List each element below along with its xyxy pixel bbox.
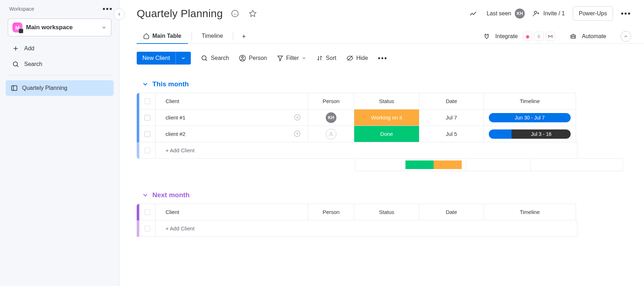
toolbar: New Client Search Person Filter Sort: [137, 44, 644, 70]
powerups-button[interactable]: Power-Ups: [573, 6, 613, 21]
sidebar-collapse-button[interactable]: [114, 9, 125, 20]
toolbar-search-label: Search: [211, 55, 229, 61]
invite-label: Invite / 1: [543, 10, 565, 17]
timeline-pill[interactable]: Jul 3 - 16: [489, 129, 571, 139]
toolbar-filter[interactable]: Filter: [277, 55, 307, 61]
tab-main-table[interactable]: Main Table: [137, 29, 188, 44]
add-client-label[interactable]: + Add Client: [155, 220, 577, 237]
sort-icon: [316, 55, 323, 61]
table-row[interactable]: client #1 KH Working on it Jul 7 Jun 30 …: [137, 109, 644, 126]
sidebar: Workspace ••• M Main workspace Add Searc…: [0, 0, 120, 286]
conversation-icon[interactable]: [293, 113, 302, 122]
automate-label: Automate: [582, 33, 606, 40]
col-date[interactable]: Date: [419, 93, 484, 109]
row-checkbox[interactable]: [145, 115, 150, 121]
toolbar-person-label: Person: [249, 55, 267, 61]
col-timeline[interactable]: Timeline: [483, 93, 576, 109]
toolbar-hide[interactable]: Hide: [346, 55, 368, 62]
select-all-checkbox[interactable]: [145, 98, 150, 104]
toolbar-more-icon[interactable]: •••: [378, 54, 388, 62]
group-next-month: Next month Client Person Status Date Tim…: [137, 189, 644, 237]
toolbar-sort-label: Sort: [326, 55, 336, 61]
group-header[interactable]: This month: [137, 78, 644, 93]
table-header-row: Client Person Status Date Timeline: [137, 204, 644, 220]
svg-rect-18: [538, 37, 539, 38]
collapse-header-button[interactable]: [621, 31, 631, 42]
add-tab-button[interactable]: [237, 30, 251, 43]
date-cell[interactable]: Jul 7: [419, 109, 484, 126]
timeline-pill[interactable]: Jun 30 - Jul 7: [489, 113, 571, 122]
row-checkbox[interactable]: [145, 131, 150, 137]
svg-line-3: [17, 66, 19, 67]
tab-main-label: Main Table: [152, 33, 182, 39]
star-icon[interactable]: [247, 8, 258, 19]
divider: [7, 75, 112, 75]
filter-icon: [277, 55, 283, 61]
svg-rect-16: [539, 36, 541, 37]
invite-button[interactable]: Invite / 1: [533, 10, 565, 17]
svg-point-35: [330, 132, 332, 134]
client-name[interactable]: client #2: [166, 131, 185, 137]
svg-point-10: [534, 11, 537, 14]
add-client-row[interactable]: + Add Client: [137, 142, 644, 159]
group-header[interactable]: Next month: [137, 189, 644, 204]
col-timeline[interactable]: Timeline: [483, 204, 576, 220]
table-row[interactable]: client #2 Done Jul 5: [137, 126, 644, 142]
sidebar-search-label: Search: [24, 61, 42, 67]
toolbar-search[interactable]: Search: [201, 55, 229, 62]
col-status[interactable]: Status: [354, 93, 419, 109]
col-status[interactable]: Status: [354, 204, 419, 220]
home-icon: [143, 33, 150, 39]
sidebar-add-label: Add: [24, 45, 34, 52]
add-client-label[interactable]: + Add Client: [155, 142, 577, 159]
person-icon: [239, 55, 246, 62]
svg-point-2: [13, 62, 17, 66]
person-empty[interactable]: [326, 129, 336, 139]
activity-icon[interactable]: [467, 8, 479, 19]
last-seen[interactable]: Last seen KH: [487, 9, 525, 19]
toolbar-person[interactable]: Person: [239, 55, 267, 62]
toolbar-filter-label: Filter: [286, 55, 299, 61]
col-client[interactable]: Client: [155, 204, 308, 220]
status-summary-bar: [405, 160, 462, 169]
sidebar-board-item[interactable]: Quartely Planning: [6, 80, 114, 96]
sidebar-heading: Workspace: [9, 6, 34, 12]
workspace-selector[interactable]: M Main workspace: [8, 19, 111, 36]
separator: [192, 32, 192, 40]
person-avatar[interactable]: KH: [326, 112, 336, 123]
conversation-icon[interactable]: [293, 130, 302, 138]
group-title: This month: [152, 80, 189, 88]
board-title[interactable]: Quartely Planning: [137, 7, 223, 20]
new-client-label: New Client: [137, 52, 176, 65]
sidebar-search[interactable]: Search: [0, 56, 119, 72]
sidebar-more-icon[interactable]: •••: [103, 4, 113, 14]
row-checkbox: [145, 148, 150, 153]
tab-timeline[interactable]: Timeline: [195, 29, 230, 44]
col-person[interactable]: Person: [308, 204, 354, 220]
svg-marker-9: [250, 10, 256, 16]
toolbar-sort[interactable]: Sort: [316, 55, 336, 61]
col-date[interactable]: Date: [419, 204, 484, 220]
select-all-checkbox[interactable]: [145, 209, 150, 215]
svg-marker-27: [278, 56, 283, 61]
col-person[interactable]: Person: [308, 93, 354, 109]
automate-button[interactable]: Automate: [569, 32, 606, 40]
svg-rect-4: [12, 86, 17, 90]
sidebar-add[interactable]: Add: [0, 41, 119, 56]
app-icon-1: ◉: [523, 32, 532, 41]
svg-point-20: [572, 36, 572, 37]
board-icon: [11, 85, 18, 92]
add-client-row[interactable]: + Add Client: [137, 220, 644, 237]
status-cell[interactable]: Working on it: [354, 109, 419, 126]
col-client[interactable]: Client: [155, 93, 308, 109]
new-client-button[interactable]: New Client: [137, 52, 191, 65]
chevron-down-icon: [101, 25, 107, 30]
client-name[interactable]: client #1: [166, 114, 185, 121]
info-icon[interactable]: [229, 8, 241, 19]
robot-icon: [569, 32, 577, 40]
new-client-dropdown[interactable]: [176, 52, 191, 65]
date-cell[interactable]: Jul 5: [419, 126, 484, 142]
status-cell[interactable]: Done: [354, 126, 419, 142]
integrate-button[interactable]: Integrate ◉: [483, 32, 555, 41]
header-more-icon[interactable]: •••: [621, 9, 631, 18]
